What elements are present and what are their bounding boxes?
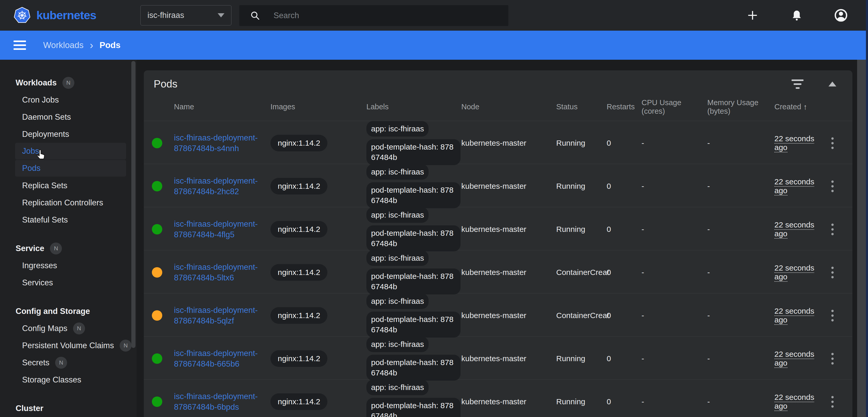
pod-name-link[interactable]: isc-fhiraas-deployment-87867484b-4flg5 [174, 219, 264, 240]
status-cell: Running [556, 182, 607, 190]
sidebar-item-daemon-sets[interactable]: Daemon Sets [0, 108, 136, 126]
created-cell: 22 seconds ago [774, 134, 818, 152]
memory-cell: - [707, 182, 774, 190]
top-header: kubernetes isc-fhiraas Search [0, 0, 866, 31]
label-chip: app: isc-fhiraas [366, 380, 429, 395]
sidebar-item-deployments[interactable]: Deployments [0, 126, 136, 143]
memory-cell: - [707, 354, 774, 363]
created-cell: 22 seconds ago [774, 177, 818, 195]
node-cell: kubernetes-master [461, 182, 556, 190]
kubernetes-logo[interactable]: kubernetes [13, 7, 96, 24]
label-chip: pod-template-hash: 87867484b [366, 182, 461, 208]
filter-icon[interactable] [792, 79, 804, 89]
row-menu-button[interactable] [831, 267, 852, 278]
created-label: Created [774, 103, 801, 111]
status-dot [152, 353, 162, 364]
table-row[interactable]: isc-fhiraas-deployment-87867484b-5ltx6 n… [144, 250, 852, 293]
row-menu-button[interactable] [831, 396, 852, 408]
sidebar-item-ingresses[interactable]: Ingresses [0, 257, 136, 274]
label-chip: pod-template-hash: 87867484b [366, 312, 461, 338]
pod-name-link[interactable]: isc-fhiraas-deployment-87867484b-665b6 [174, 348, 264, 369]
bell-icon [791, 9, 803, 21]
sidebar-scrollbar[interactable] [131, 61, 135, 348]
sidebar-item-config-maps[interactable]: Config Maps N [0, 320, 136, 337]
table-row[interactable]: isc-fhiraas-deployment-87867484b-2hc82 n… [144, 164, 852, 207]
namespace-selector[interactable]: isc-fhiraas [141, 5, 231, 26]
label-chip: app: isc-fhiraas [366, 250, 429, 266]
row-menu-button[interactable] [831, 223, 852, 235]
pod-name-link[interactable]: isc-fhiraas-deployment-87867484b-6bpds [174, 391, 264, 412]
node-cell: kubernetes-master [461, 225, 556, 234]
notifications-button[interactable] [790, 8, 804, 22]
table-row[interactable]: isc-fhiraas-deployment-87867484b-s4nnh n… [144, 121, 852, 164]
sidebar-item-cron-jobs[interactable]: Cron Jobs [0, 92, 136, 108]
col-header-name[interactable]: Name [174, 103, 271, 111]
status-dot [152, 396, 162, 407]
kubernetes-dashboard: kubernetes isc-fhiraas Search [0, 0, 868, 417]
col-header-memory[interactable]: Memory Usage (bytes) [707, 98, 774, 115]
status-cell: Running [556, 354, 607, 363]
sidebar-section-service: Service N [0, 240, 136, 257]
row-menu-button[interactable] [831, 310, 852, 321]
sidebar-item-replication-controllers[interactable]: Replication Controllers [0, 194, 136, 211]
table-row[interactable]: isc-fhiraas-deployment-87867484b-665b6 n… [144, 337, 852, 380]
label-chip: pod-template-hash: 87867484b [366, 355, 461, 381]
node-cell: kubernetes-master [461, 354, 556, 363]
pod-name-link[interactable]: isc-fhiraas-deployment-87867484b-5qlzf [174, 305, 264, 326]
page-scrollbar[interactable] [857, 60, 866, 417]
collapse-card-icon[interactable] [829, 81, 836, 86]
table-row[interactable]: isc-fhiraas-deployment-87867484b-5qlzf n… [144, 293, 852, 337]
image-chip: nginx:1.14.2 [271, 393, 328, 410]
sidebar-item-storage-classes[interactable]: Storage Classes [0, 371, 136, 388]
col-header-node[interactable]: Node [461, 103, 556, 111]
sidebar-section-config-and-storage: Config and Storage [0, 303, 136, 320]
col-header-images[interactable]: Images [271, 103, 366, 111]
label-chip: pod-template-hash: 87867484b [366, 139, 461, 165]
status-cell: Running [556, 139, 607, 147]
node-cell: kubernetes-master [461, 311, 556, 320]
breadcrumb-bar: Workloads › Pods [0, 31, 866, 60]
section-title: Cluster [16, 404, 43, 413]
sidebar-item-services[interactable]: Services [0, 274, 136, 291]
status-cell: Running [556, 397, 607, 406]
created-cell: 22 seconds ago [774, 350, 818, 368]
sidebar-item-stateful-sets[interactable]: Stateful Sets [0, 211, 136, 229]
col-header-restarts[interactable]: Restarts [607, 103, 642, 111]
sidebar-item-secrets[interactable]: Secrets N [0, 354, 136, 371]
col-header-cpu[interactable]: CPU Usage (cores) [642, 98, 707, 115]
table-row[interactable]: isc-fhiraas-deployment-87867484b-6bpds n… [144, 380, 852, 417]
breadcrumb-current-page: Pods [100, 40, 121, 50]
memory-cell: - [707, 139, 774, 147]
col-header-created[interactable]: Created ↑ [774, 103, 831, 111]
restarts-cell: 0 [607, 139, 642, 147]
cpu-cell: - [642, 182, 707, 190]
sidebar-item-jobs[interactable]: Jobs [15, 143, 126, 160]
breadcrumb-workloads-link[interactable]: Workloads [43, 40, 84, 50]
pod-name-link[interactable]: isc-fhiraas-deployment-87867484b-s4nnh [174, 132, 264, 154]
header-actions [746, 0, 848, 31]
sidebar-item-pods[interactable]: Pods [15, 160, 126, 177]
row-menu-button[interactable] [831, 180, 852, 192]
row-menu-button[interactable] [831, 353, 852, 364]
col-header-status[interactable]: Status [556, 103, 607, 111]
pod-name-link[interactable]: isc-fhiraas-deployment-87867484b-2hc82 [174, 176, 264, 197]
table-header-row: Name Images Labels Node Status Restarts … [144, 93, 852, 121]
search-bar[interactable]: Search [239, 5, 508, 26]
col-header-labels[interactable]: Labels [366, 103, 461, 111]
node-cell: kubernetes-master [461, 268, 556, 277]
pod-name-link[interactable]: isc-fhiraas-deployment-87867484b-5ltx6 [174, 262, 264, 283]
create-resource-button[interactable] [746, 8, 759, 22]
sidebar-item-replica-sets[interactable]: Replica Sets [0, 177, 136, 194]
namespace-value: isc-fhiraas [148, 11, 184, 20]
menu-hamburger-button[interactable] [13, 40, 26, 50]
cpu-cell: - [642, 397, 707, 406]
status-cell: ContainerCreat [556, 268, 607, 277]
section-title: Service [16, 244, 44, 253]
brand-wordmark: kubernetes [36, 8, 96, 22]
status-cell: Running [556, 225, 607, 234]
row-menu-button[interactable] [831, 137, 852, 149]
created-cell: 22 seconds ago [774, 264, 818, 281]
account-button[interactable] [834, 8, 848, 22]
table-row[interactable]: isc-fhiraas-deployment-87867484b-4flg5 n… [144, 207, 852, 250]
sidebar-item-persistent-volume-claims[interactable]: Persistent Volume Claims N [0, 337, 136, 354]
